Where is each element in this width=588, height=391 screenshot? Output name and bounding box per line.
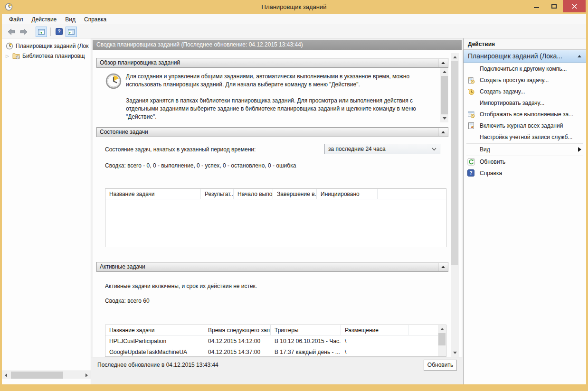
active-tasks-section-title: Активные задачи <box>100 263 145 270</box>
task-status-section-header[interactable]: Состояние задачи <box>96 127 448 137</box>
overview-scrollbar[interactable] <box>440 68 448 122</box>
overview-paragraph-2: Задания хранятся в папках библиотеки пла… <box>126 97 434 121</box>
action-create-task[interactable]: Создать задачу... <box>464 86 586 97</box>
app-window: Планировщик заданий Файл Действие Вид Сп… <box>0 0 588 391</box>
scrollbar-thumb[interactable] <box>451 61 458 265</box>
forward-icon <box>20 28 28 35</box>
active-tasks-count: Сводка: всего 60 <box>105 298 150 304</box>
overview-section-title: Обзор планировщика заданий <box>100 59 180 66</box>
action-refresh[interactable]: Обновить <box>464 156 586 168</box>
maximize-button[interactable] <box>545 0 563 12</box>
action-service-account-configuration[interactable]: Настройка учетной записи служб... <box>464 131 586 143</box>
summary-pane-header: Сводка планировщика заданий (Последнее о… <box>93 40 462 50</box>
scroll-right-arrow[interactable] <box>83 371 91 379</box>
tree-horizontal-scrollbar[interactable] <box>2 371 91 379</box>
scheduler-clock-icon <box>105 73 122 91</box>
action-create-basic-task[interactable]: Создать простую задачу... <box>464 74 586 86</box>
toolbar-separator <box>33 28 33 36</box>
column-header[interactable]: Размещение <box>341 325 408 335</box>
table-row[interactable]: HPLJCustParticipation 04.12.2015 14:12:0… <box>105 335 446 346</box>
overview-section-body: Для создания и управления общими задания… <box>96 68 448 122</box>
back-button[interactable] <box>6 27 17 37</box>
action-enable-task-history[interactable]: Включить журнал всех заданий <box>464 120 586 131</box>
overview-paragraph-1: Для создания и управления общими задания… <box>126 73 434 89</box>
status-summary-line: Сводка: всего - 0, 0 - выполнение, 0 - у… <box>105 162 296 169</box>
collapse-icon <box>441 131 445 133</box>
running-tasks-icon <box>467 111 475 118</box>
create-task-icon <box>467 88 475 95</box>
last-update-text: Последнее обновление в 04.12.2015 13:43:… <box>97 362 218 368</box>
help-toolbar-button[interactable]: ? <box>53 27 65 37</box>
action-help[interactable]: ? Справка <box>464 168 586 179</box>
create-basic-task-icon <box>467 76 475 84</box>
column-header[interactable]: Триггеры <box>271 325 341 335</box>
scroll-left-arrow[interactable] <box>2 371 10 379</box>
maximize-icon <box>551 4 557 9</box>
minimize-icon <box>534 7 539 8</box>
column-header[interactable]: Время следующего зап... <box>204 325 271 335</box>
console-tree-toggle-button[interactable] <box>36 27 47 37</box>
cell-next-run-time: 04.12.2015 14:37:00 <box>204 346 271 357</box>
active-tasks-section-header[interactable]: Активные задачи <box>96 262 448 272</box>
overview-section-header[interactable]: Обзор планировщика заданий <box>96 58 448 68</box>
collapse-button[interactable] <box>438 263 447 271</box>
minimize-button[interactable] <box>528 0 545 12</box>
column-header[interactable]: Начало выпо... <box>234 189 273 199</box>
action-pane-icon <box>67 28 75 36</box>
tree-item-task-scheduler-root[interactable]: Планировщик заданий (Лок <box>2 41 91 51</box>
actions-pane: Действия Планировщик заданий (Лока... По… <box>463 38 586 384</box>
menu-help[interactable]: Справка <box>80 15 111 24</box>
tree-item-label: Библиотека планировщ <box>22 53 85 59</box>
no-icon <box>467 65 475 73</box>
actions-group-header[interactable]: Планировщик заданий (Лока... <box>464 50 586 63</box>
action-display-running-tasks[interactable]: Отображать все выполняемые за... <box>464 109 586 120</box>
action-label: Обновить <box>480 158 505 165</box>
action-pane-toggle-button[interactable] <box>66 27 77 37</box>
expand-arrow-icon[interactable]: ▷ <box>6 54 12 58</box>
no-icon <box>467 133 475 141</box>
action-connect-to-computer[interactable]: Подключиться к другому компь... <box>464 63 586 74</box>
scrollbar-thumb[interactable] <box>11 372 63 379</box>
summary-pane-scrollbar[interactable] <box>451 53 459 357</box>
active-table-scrollbar[interactable] <box>438 325 446 357</box>
refresh-button[interactable]: Обновить <box>424 360 457 371</box>
summary-status-bar: Последнее обновление в 04.12.2015 13:43:… <box>91 357 463 372</box>
scroll-up-arrow[interactable] <box>440 68 448 76</box>
forward-button[interactable] <box>18 27 29 37</box>
task-history-icon <box>467 122 475 130</box>
action-label: Подключиться к другому компь... <box>480 65 567 72</box>
scroll-down-arrow[interactable] <box>440 114 448 122</box>
cell-triggers: В 10:12 06.10.2015 - Час... <box>271 335 341 346</box>
action-view[interactable]: Вид <box>464 144 586 155</box>
collapse-button[interactable] <box>438 128 447 136</box>
scroll-up-arrow[interactable] <box>451 53 459 61</box>
period-dropdown[interactable]: за последние 24 часа <box>324 144 440 154</box>
column-header[interactable]: Результат... <box>201 189 234 199</box>
scroll-up-arrow[interactable] <box>438 325 446 333</box>
action-label: Включить журнал всех заданий <box>480 122 563 129</box>
action-label: Вид <box>480 146 490 153</box>
actions-pane-title: Действия <box>464 38 586 50</box>
period-dropdown-value: за последние 24 часа <box>328 146 386 152</box>
column-header[interactable]: Название задачи <box>105 189 201 199</box>
scrollbar-thumb[interactable] <box>438 333 446 345</box>
collapse-button[interactable] <box>438 59 447 67</box>
tree-item-task-library[interactable]: ▷ Библиотека планировщ <box>2 51 91 61</box>
scroll-down-arrow[interactable] <box>451 349 459 357</box>
menu-action[interactable]: Действие <box>28 15 61 24</box>
column-header[interactable]: Название задачи <box>105 325 204 335</box>
help-icon: ? <box>467 169 475 177</box>
chevron-down-icon <box>432 148 436 151</box>
column-header[interactable]: Инициировано <box>317 189 378 199</box>
table-row[interactable]: GoogleUpdateTaskMachineUA 04.12.2015 14:… <box>105 346 446 357</box>
scrollbar-thumb[interactable] <box>441 76 448 114</box>
menu-file[interactable]: Файл <box>5 15 28 24</box>
toolbar-separator <box>50 28 51 36</box>
column-header[interactable]: Завершение в... <box>273 189 317 199</box>
table-header-row: Название задачи Результат... Начало выпо… <box>105 189 446 199</box>
close-button[interactable] <box>563 0 586 12</box>
submenu-arrow-icon <box>578 147 581 152</box>
menu-view[interactable]: Вид <box>61 15 80 24</box>
action-import-task[interactable]: Импортировать задачу... <box>464 97 586 109</box>
no-icon <box>467 99 475 107</box>
